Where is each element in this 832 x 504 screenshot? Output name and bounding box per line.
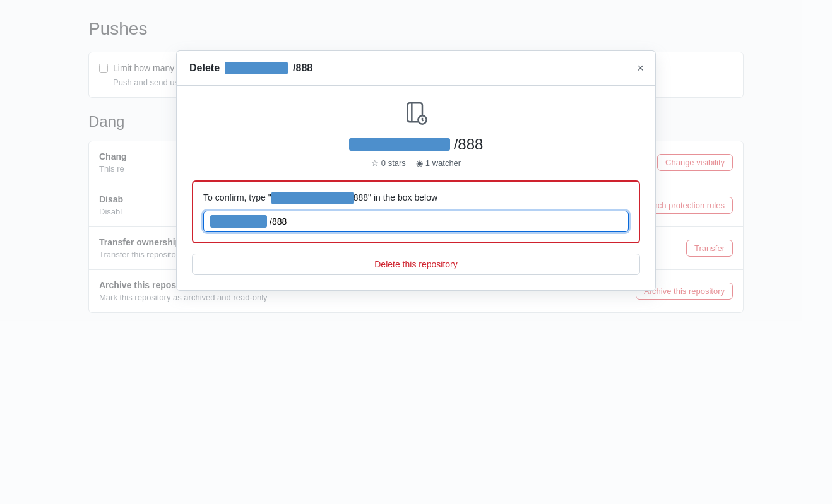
- repo-name-redacted: [349, 138, 450, 151]
- modal-close-button[interactable]: ×: [636, 61, 645, 75]
- stars-count: 0 stars: [381, 158, 406, 168]
- modal-title-suffix: /888: [293, 62, 312, 74]
- modal-header: Delete /888 ×: [177, 51, 655, 86]
- input-redacted-prefix: [210, 215, 267, 228]
- modal-title-redacted: [225, 62, 288, 74]
- watchers-stat: ◉ 1 watcher: [416, 158, 461, 168]
- confirm-text-prefix: To confirm, type ": [203, 192, 271, 202]
- confirm-text-suffix: 888" in the box below: [354, 192, 437, 202]
- delete-repo-button[interactable]: Delete this repository: [192, 254, 640, 275]
- modal-title-prefix: Delete: [189, 62, 220, 74]
- modal-overlay: Delete /888 ×: [0, 0, 832, 504]
- confirm-text: To confirm, type "888" in the box below: [203, 192, 629, 204]
- modal-body: /888 ☆ 0 stars ◉ 1 watcher: [177, 86, 655, 168]
- delete-modal: Delete /888 ×: [176, 50, 656, 291]
- eye-icon: ◉: [416, 158, 423, 168]
- page-wrapper: Pushes Limit how many branches and tags …: [0, 0, 832, 504]
- repo-name-display: /888: [192, 136, 640, 153]
- repo-stats: ☆ 0 stars ◉ 1 watcher: [192, 158, 640, 168]
- confirm-repo-redacted: [271, 192, 354, 204]
- confirm-input-wrapper: [203, 211, 629, 232]
- confirm-input[interactable]: [267, 216, 622, 226]
- repo-icon: [192, 101, 640, 128]
- star-icon: ☆: [371, 158, 379, 168]
- stars-stat: ☆ 0 stars: [371, 158, 406, 168]
- confirm-section: To confirm, type "888" in the box below: [192, 180, 640, 243]
- watchers-count: 1 watcher: [425, 158, 461, 168]
- modal-title: Delete /888: [189, 62, 312, 74]
- repo-name-suffix: /888: [454, 136, 484, 153]
